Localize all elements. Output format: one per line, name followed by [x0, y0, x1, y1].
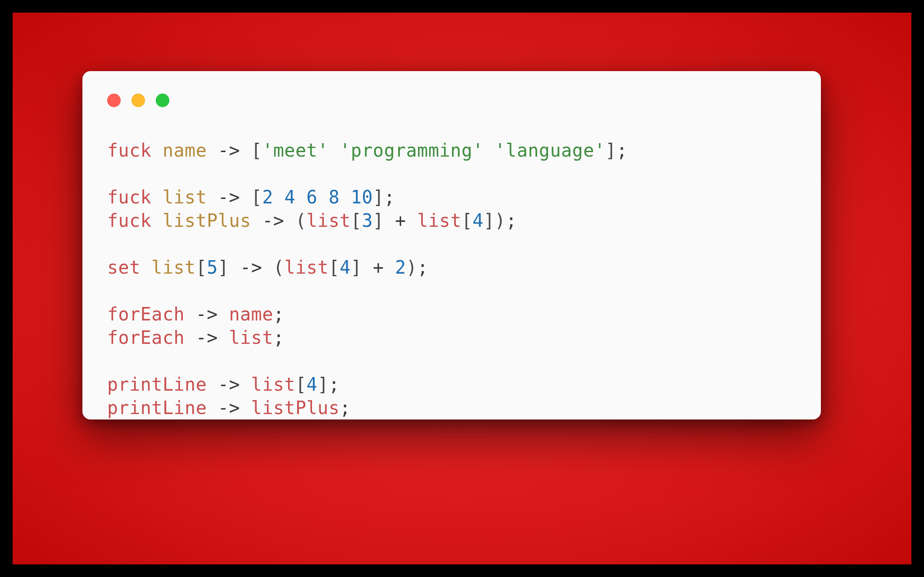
code-token: ;: [340, 397, 351, 418]
code-token: list: [307, 210, 351, 231]
code-token: list: [163, 187, 207, 207]
code-token: [151, 187, 163, 207]
code-token: [317, 187, 329, 207]
code-token: [329, 140, 340, 161]
code-token: list: [229, 327, 273, 348]
code-token: 'programming': [340, 140, 484, 161]
code-token: 4: [284, 187, 295, 207]
code-token: 4: [340, 257, 351, 278]
code-token: 2: [395, 257, 406, 278]
code-token: list: [417, 210, 461, 231]
code-token: 10: [351, 187, 373, 207]
code-token: 2: [262, 187, 273, 207]
code-line: fuck list -> [2 4 6 8 10];: [107, 185, 796, 209]
code-token: [229, 257, 240, 278]
code-token: [151, 210, 163, 231]
code-line: forEach -> list;: [107, 326, 796, 349]
code-token: ->: [240, 257, 262, 278]
code-token: (: [273, 257, 285, 278]
code-token: [384, 257, 395, 278]
code-token: fuck: [107, 187, 151, 207]
code-token: ->: [218, 397, 240, 418]
code-token: 6: [307, 187, 318, 207]
code-line: set list[5] -> (list[4] + 2);: [107, 256, 796, 279]
code-token: [185, 327, 196, 348]
code-token: [384, 210, 395, 231]
code-token: printLine: [107, 374, 207, 395]
code-token: set: [107, 257, 140, 278]
code-token: ->: [218, 187, 240, 207]
code-token: 5: [207, 257, 218, 278]
code-line: [107, 232, 796, 256]
code-token: ->: [218, 140, 240, 161]
code-token: 3: [362, 210, 373, 231]
code-token: [207, 140, 218, 161]
code-token: [262, 257, 273, 278]
code-token: [207, 187, 218, 207]
code-token: [240, 140, 251, 161]
code-token: [207, 374, 218, 395]
window-titlebar: [107, 94, 796, 107]
code-token: ->: [218, 374, 240, 395]
code-token: [284, 210, 295, 231]
code-token: ]: [605, 140, 616, 161]
code-token: ->: [196, 304, 218, 325]
code-token: listPlus: [251, 397, 340, 418]
code-token: [: [196, 257, 207, 278]
code-token: [: [351, 210, 362, 231]
code-token: [295, 187, 307, 207]
code-token: ]: [218, 257, 229, 278]
code-token: (: [295, 210, 307, 231]
code-token: [406, 210, 417, 231]
code-token: [240, 397, 251, 418]
code-token: 4: [472, 210, 484, 231]
code-token: [207, 397, 218, 418]
code-token: [484, 140, 495, 161]
code-line: [107, 349, 796, 373]
code-token: [: [329, 257, 340, 278]
code-token: ]: [373, 187, 384, 207]
code-token: name: [163, 140, 207, 161]
code-token: 'language': [494, 140, 605, 161]
code-token: [140, 257, 152, 278]
traffic-light-minimize-icon[interactable]: [131, 94, 145, 107]
code-line: printLine -> list[4];: [107, 373, 796, 396]
traffic-light-zoom-icon[interactable]: [156, 94, 169, 107]
code-token: printLine: [107, 397, 207, 418]
code-token: listPlus: [163, 210, 251, 231]
code-token: ->: [262, 210, 284, 231]
code-token: [273, 187, 285, 207]
code-token: [185, 304, 196, 325]
code-line: fuck name -> ['meet' 'programming' 'lang…: [107, 139, 796, 162]
code-token: list: [284, 257, 328, 278]
code-token: [: [462, 210, 473, 231]
code-token: ;: [417, 257, 428, 278]
code-line: [107, 162, 796, 185]
code-token: ;: [273, 327, 285, 348]
code-token: forEach: [107, 327, 185, 348]
code-token: ;: [384, 187, 395, 207]
code-token: ]: [351, 257, 362, 278]
code-token: 4: [307, 374, 318, 395]
code-line: [107, 279, 796, 302]
code-token: forEach: [107, 304, 185, 325]
code-token: [251, 210, 263, 231]
code-token: ;: [506, 210, 517, 231]
canvas-background: fuck name -> ['meet' 'programming' 'lang…: [13, 13, 911, 564]
code-token: [: [251, 187, 263, 207]
code-editor-content: fuck name -> ['meet' 'programming' 'lang…: [107, 139, 796, 419]
code-token: ): [406, 257, 417, 278]
code-token: ;: [329, 374, 340, 395]
code-token: +: [395, 210, 406, 231]
code-token: [: [295, 374, 307, 395]
code-token: [240, 374, 251, 395]
code-token: ;: [273, 304, 285, 325]
traffic-light-close-icon[interactable]: [107, 94, 121, 107]
code-token: 'meet': [262, 140, 329, 161]
code-line: printLine -> listPlus;: [107, 396, 796, 419]
code-token: [: [251, 140, 263, 161]
code-token: [362, 257, 373, 278]
code-token: ]: [484, 210, 495, 231]
code-token: [240, 187, 251, 207]
code-line: forEach -> name;: [107, 302, 796, 326]
